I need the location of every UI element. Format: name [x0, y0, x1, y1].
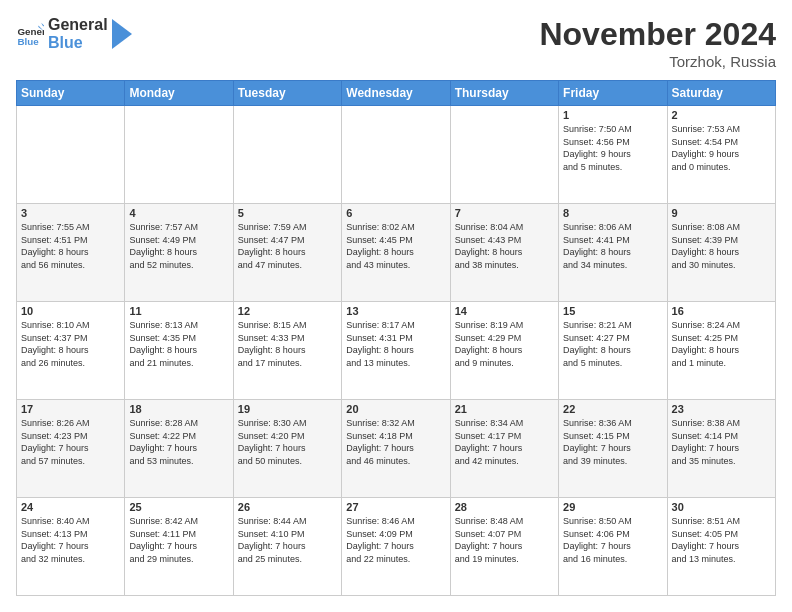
day-number: 2 [672, 109, 771, 121]
table-row: 10Sunrise: 8:10 AM Sunset: 4:37 PM Dayli… [17, 302, 125, 400]
table-row: 24Sunrise: 8:40 AM Sunset: 4:13 PM Dayli… [17, 498, 125, 596]
day-number: 6 [346, 207, 445, 219]
day-info: Sunrise: 7:55 AM Sunset: 4:51 PM Dayligh… [21, 221, 120, 271]
day-info: Sunrise: 8:02 AM Sunset: 4:45 PM Dayligh… [346, 221, 445, 271]
day-number: 5 [238, 207, 337, 219]
day-number: 4 [129, 207, 228, 219]
day-info: Sunrise: 8:48 AM Sunset: 4:07 PM Dayligh… [455, 515, 554, 565]
table-row: 26Sunrise: 8:44 AM Sunset: 4:10 PM Dayli… [233, 498, 341, 596]
table-row: 6Sunrise: 8:02 AM Sunset: 4:45 PM Daylig… [342, 204, 450, 302]
day-number: 29 [563, 501, 662, 513]
day-info: Sunrise: 8:36 AM Sunset: 4:15 PM Dayligh… [563, 417, 662, 467]
day-info: Sunrise: 8:15 AM Sunset: 4:33 PM Dayligh… [238, 319, 337, 369]
calendar-header-row: Sunday Monday Tuesday Wednesday Thursday… [17, 81, 776, 106]
table-row: 28Sunrise: 8:48 AM Sunset: 4:07 PM Dayli… [450, 498, 558, 596]
logo: General Blue General Blue [16, 16, 132, 51]
day-info: Sunrise: 8:21 AM Sunset: 4:27 PM Dayligh… [563, 319, 662, 369]
day-number: 11 [129, 305, 228, 317]
table-row: 14Sunrise: 8:19 AM Sunset: 4:29 PM Dayli… [450, 302, 558, 400]
table-row: 3Sunrise: 7:55 AM Sunset: 4:51 PM Daylig… [17, 204, 125, 302]
day-info: Sunrise: 8:50 AM Sunset: 4:06 PM Dayligh… [563, 515, 662, 565]
table-row: 16Sunrise: 8:24 AM Sunset: 4:25 PM Dayli… [667, 302, 775, 400]
day-info: Sunrise: 8:30 AM Sunset: 4:20 PM Dayligh… [238, 417, 337, 467]
day-number: 15 [563, 305, 662, 317]
day-info: Sunrise: 8:34 AM Sunset: 4:17 PM Dayligh… [455, 417, 554, 467]
table-row [17, 106, 125, 204]
logo-arrow-icon [112, 19, 132, 49]
day-info: Sunrise: 8:38 AM Sunset: 4:14 PM Dayligh… [672, 417, 771, 467]
col-saturday: Saturday [667, 81, 775, 106]
day-number: 20 [346, 403, 445, 415]
table-row: 11Sunrise: 8:13 AM Sunset: 4:35 PM Dayli… [125, 302, 233, 400]
day-number: 28 [455, 501, 554, 513]
table-row: 4Sunrise: 7:57 AM Sunset: 4:49 PM Daylig… [125, 204, 233, 302]
day-number: 14 [455, 305, 554, 317]
day-info: Sunrise: 7:50 AM Sunset: 4:56 PM Dayligh… [563, 123, 662, 173]
day-number: 10 [21, 305, 120, 317]
generalblue-logo-icon: General Blue [16, 20, 44, 48]
col-wednesday: Wednesday [342, 81, 450, 106]
table-row [233, 106, 341, 204]
day-number: 21 [455, 403, 554, 415]
table-row: 23Sunrise: 8:38 AM Sunset: 4:14 PM Dayli… [667, 400, 775, 498]
col-friday: Friday [559, 81, 667, 106]
day-info: Sunrise: 7:53 AM Sunset: 4:54 PM Dayligh… [672, 123, 771, 173]
table-row: 13Sunrise: 8:17 AM Sunset: 4:31 PM Dayli… [342, 302, 450, 400]
day-number: 25 [129, 501, 228, 513]
day-info: Sunrise: 8:10 AM Sunset: 4:37 PM Dayligh… [21, 319, 120, 369]
table-row: 5Sunrise: 7:59 AM Sunset: 4:47 PM Daylig… [233, 204, 341, 302]
day-info: Sunrise: 8:44 AM Sunset: 4:10 PM Dayligh… [238, 515, 337, 565]
day-number: 24 [21, 501, 120, 513]
logo-blue-text: Blue [48, 34, 108, 52]
month-title: November 2024 [539, 16, 776, 53]
location: Torzhok, Russia [539, 53, 776, 70]
day-number: 8 [563, 207, 662, 219]
title-block: November 2024 Torzhok, Russia [539, 16, 776, 70]
day-number: 23 [672, 403, 771, 415]
day-info: Sunrise: 8:42 AM Sunset: 4:11 PM Dayligh… [129, 515, 228, 565]
day-number: 7 [455, 207, 554, 219]
table-row: 21Sunrise: 8:34 AM Sunset: 4:17 PM Dayli… [450, 400, 558, 498]
day-number: 27 [346, 501, 445, 513]
table-row [342, 106, 450, 204]
table-row: 18Sunrise: 8:28 AM Sunset: 4:22 PM Dayli… [125, 400, 233, 498]
day-number: 1 [563, 109, 662, 121]
table-row: 25Sunrise: 8:42 AM Sunset: 4:11 PM Dayli… [125, 498, 233, 596]
col-thursday: Thursday [450, 81, 558, 106]
table-row: 22Sunrise: 8:36 AM Sunset: 4:15 PM Dayli… [559, 400, 667, 498]
svg-text:Blue: Blue [17, 36, 39, 47]
day-number: 13 [346, 305, 445, 317]
day-info: Sunrise: 8:13 AM Sunset: 4:35 PM Dayligh… [129, 319, 228, 369]
table-row: 29Sunrise: 8:50 AM Sunset: 4:06 PM Dayli… [559, 498, 667, 596]
day-number: 19 [238, 403, 337, 415]
table-row: 1Sunrise: 7:50 AM Sunset: 4:56 PM Daylig… [559, 106, 667, 204]
svg-marker-4 [112, 19, 132, 49]
calendar-week-4: 17Sunrise: 8:26 AM Sunset: 4:23 PM Dayli… [17, 400, 776, 498]
calendar-week-3: 10Sunrise: 8:10 AM Sunset: 4:37 PM Dayli… [17, 302, 776, 400]
day-info: Sunrise: 8:40 AM Sunset: 4:13 PM Dayligh… [21, 515, 120, 565]
table-row: 19Sunrise: 8:30 AM Sunset: 4:20 PM Dayli… [233, 400, 341, 498]
day-info: Sunrise: 8:32 AM Sunset: 4:18 PM Dayligh… [346, 417, 445, 467]
day-info: Sunrise: 8:06 AM Sunset: 4:41 PM Dayligh… [563, 221, 662, 271]
day-info: Sunrise: 8:19 AM Sunset: 4:29 PM Dayligh… [455, 319, 554, 369]
day-info: Sunrise: 7:59 AM Sunset: 4:47 PM Dayligh… [238, 221, 337, 271]
table-row: 20Sunrise: 8:32 AM Sunset: 4:18 PM Dayli… [342, 400, 450, 498]
col-monday: Monday [125, 81, 233, 106]
day-number: 30 [672, 501, 771, 513]
header: General Blue General Blue November 2024 … [16, 16, 776, 70]
calendar-week-5: 24Sunrise: 8:40 AM Sunset: 4:13 PM Dayli… [17, 498, 776, 596]
day-info: Sunrise: 8:17 AM Sunset: 4:31 PM Dayligh… [346, 319, 445, 369]
day-info: Sunrise: 8:51 AM Sunset: 4:05 PM Dayligh… [672, 515, 771, 565]
day-number: 22 [563, 403, 662, 415]
table-row [450, 106, 558, 204]
table-row: 30Sunrise: 8:51 AM Sunset: 4:05 PM Dayli… [667, 498, 775, 596]
day-number: 17 [21, 403, 120, 415]
table-row: 15Sunrise: 8:21 AM Sunset: 4:27 PM Dayli… [559, 302, 667, 400]
table-row: 7Sunrise: 8:04 AM Sunset: 4:43 PM Daylig… [450, 204, 558, 302]
day-number: 16 [672, 305, 771, 317]
table-row: 2Sunrise: 7:53 AM Sunset: 4:54 PM Daylig… [667, 106, 775, 204]
calendar-week-2: 3Sunrise: 7:55 AM Sunset: 4:51 PM Daylig… [17, 204, 776, 302]
logo-general-text: General [48, 16, 108, 34]
day-info: Sunrise: 8:26 AM Sunset: 4:23 PM Dayligh… [21, 417, 120, 467]
col-tuesday: Tuesday [233, 81, 341, 106]
